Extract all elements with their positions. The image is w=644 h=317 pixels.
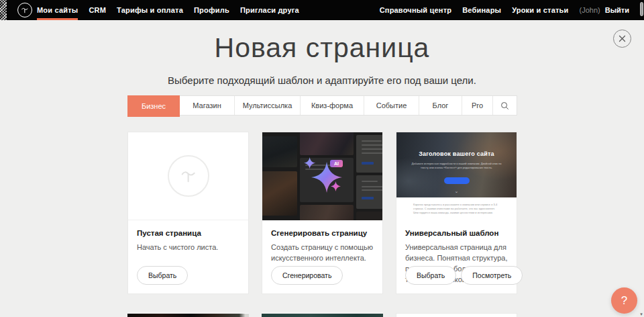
template-hero-button bbox=[444, 177, 470, 184]
template-category-tabs: Бизнес Магазин Мультиссылка Квиз-форма С… bbox=[127, 95, 517, 116]
tab-pro[interactable]: Pro bbox=[462, 96, 493, 115]
card-next-row-1[interactable] bbox=[127, 313, 249, 317]
card-title: Универсальный шаблон bbox=[405, 229, 508, 237]
tilda-logo[interactable] bbox=[17, 3, 32, 17]
nav-item-tariffs[interactable]: Тарифы и оплата bbox=[117, 0, 183, 20]
window-edge-texture bbox=[0, 0, 7, 20]
close-button[interactable] bbox=[613, 30, 631, 48]
card-buttons: Сгенерировать bbox=[271, 266, 343, 285]
tab-shop[interactable]: Магазин bbox=[180, 96, 235, 115]
card-title: Пустая страница bbox=[137, 229, 239, 237]
tab-business[interactable]: Бизнес bbox=[127, 95, 180, 117]
tilda-watermark-icon bbox=[178, 166, 199, 186]
nav-user-block: (John) Выйти bbox=[580, 6, 630, 14]
tab-event[interactable]: Событие bbox=[364, 96, 419, 115]
top-navigation-bar: Мои сайты CRM Тарифы и оплата Профиль Пр… bbox=[0, 0, 644, 20]
ai-preview-collage: AI bbox=[262, 132, 382, 220]
card-next-row-2[interactable] bbox=[262, 313, 383, 317]
scrollbar-thumb[interactable] bbox=[640, 2, 643, 16]
card-buttons: Выбрать bbox=[137, 266, 188, 285]
card-body: Пустая страница Начать с чистого листа. bbox=[128, 220, 248, 253]
nav-item-lessons[interactable]: Уроки и статьи bbox=[512, 0, 568, 20]
generate-button[interactable]: Сгенерировать bbox=[271, 266, 343, 285]
card-description: Создать страницу с помощью искусственног… bbox=[271, 242, 374, 264]
choose-button[interactable]: Выбрать bbox=[405, 266, 456, 285]
nav-item-webinars[interactable]: Вебинары bbox=[462, 0, 501, 20]
template-hero-text: Добавьте интересные подробности о вашей … bbox=[409, 162, 504, 171]
card-ai-generate[interactable]: AI Сгенерировать страницу Создать страни… bbox=[262, 132, 383, 294]
template-hero-title: Заголовок вашего сайта bbox=[396, 150, 517, 157]
nav-item-crm[interactable]: CRM bbox=[89, 0, 106, 20]
user-name: (John) bbox=[580, 6, 600, 14]
card-description: Начать с чистого листа. bbox=[137, 242, 239, 253]
chevron-down-icon: ⌄ bbox=[455, 189, 459, 194]
nav-item-invite-friend[interactable]: Пригласи друга bbox=[240, 0, 299, 20]
card-body: Сгенерировать страницу Создать страницу … bbox=[262, 220, 382, 264]
template-body: Коротко представьтесь и расскажите о ком… bbox=[396, 197, 517, 220]
search-icon bbox=[500, 101, 509, 110]
tilda-logo-icon bbox=[20, 5, 30, 15]
template-body-text: Коротко представьтесь и расскажите о ком… bbox=[413, 203, 500, 216]
page-subtitle: Выберите подходящий шаблон и адаптируйте… bbox=[0, 75, 644, 86]
card-next-row-3[interactable] bbox=[396, 313, 517, 317]
ai-badge: AI bbox=[330, 160, 343, 167]
tab-quiz-form[interactable]: Квиз-форма bbox=[301, 96, 364, 115]
logout-link[interactable]: Выйти bbox=[605, 6, 629, 14]
search-tab[interactable] bbox=[493, 96, 516, 115]
nav-item-help-center[interactable]: Справочный центр bbox=[380, 0, 452, 20]
card-title: Сгенерировать страницу bbox=[271, 229, 374, 237]
help-button[interactable]: ? bbox=[611, 287, 637, 314]
preview-button[interactable]: Посмотреть bbox=[461, 266, 523, 285]
template-preview: Заголовок вашего сайта Добавьте интересн… bbox=[396, 132, 517, 220]
card-buttons: Выбрать Посмотреть bbox=[405, 266, 523, 285]
tab-multilink[interactable]: Мультиссылка bbox=[235, 96, 301, 115]
tab-blog[interactable]: Блог bbox=[419, 96, 462, 115]
nav-right-group: Справочный центр Вебинары Уроки и статьи… bbox=[380, 0, 629, 20]
nav-left-group: Мои сайты CRM Тарифы и оплата Профиль Пр… bbox=[37, 0, 299, 20]
card-universal-template[interactable]: Заголовок вашего сайта Добавьте интересн… bbox=[396, 132, 517, 294]
page-title: Новая страница bbox=[0, 32, 644, 64]
ai-sparkle-icon bbox=[262, 132, 382, 220]
scrollbar-down-arrow[interactable]: ▾ bbox=[639, 312, 644, 317]
card-blank-page[interactable]: Пустая страница Начать с чистого листа. … bbox=[127, 132, 249, 294]
nav-item-profile[interactable]: Профиль bbox=[194, 0, 229, 20]
choose-button[interactable]: Выбрать bbox=[137, 266, 188, 285]
close-icon bbox=[619, 35, 626, 42]
blank-page-preview bbox=[128, 132, 248, 220]
template-hero: Заголовок вашего сайта Добавьте интересн… bbox=[396, 132, 517, 197]
nav-item-my-sites[interactable]: Мои сайты bbox=[37, 0, 78, 20]
tilda-watermark bbox=[168, 155, 209, 197]
